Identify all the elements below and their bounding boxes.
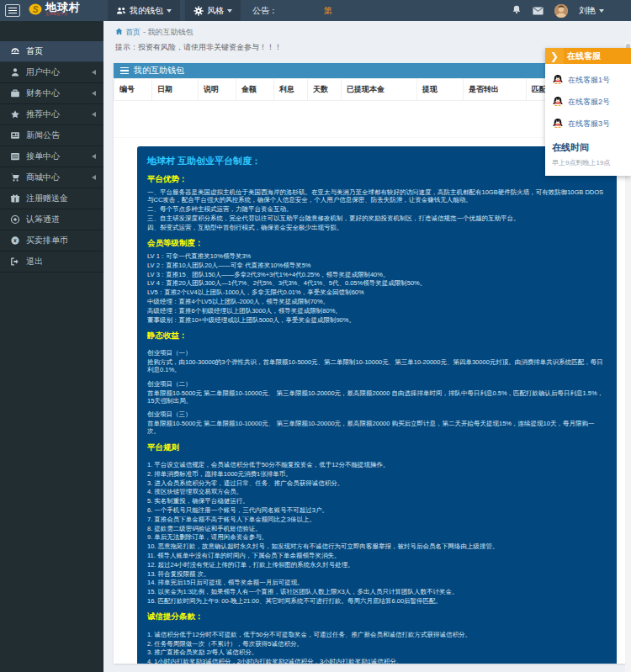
briefcase-icon	[10, 88, 20, 98]
announcement-label: 公告：	[252, 5, 278, 17]
rules-section-heading-0: 平台优势：	[147, 174, 607, 185]
top-navbar: S 地球村 互助创业平台 我的钱包风格 公告： 第 刘艳	[0, 0, 631, 21]
sidebar-item-label: 商城中心	[26, 172, 60, 183]
wallet-column-header-7: 提现	[417, 79, 464, 101]
rules-spacer	[147, 375, 607, 378]
service-link-0[interactable]: 在线客服1号	[552, 69, 626, 91]
sidebar: 首页用户中心财务中心推荐中心新闻公告接单中心商城中心注册赠送金认筹通道¥买卖排单…	[0, 21, 103, 672]
qq-penguin-icon	[552, 118, 564, 130]
sidebar-item-0[interactable]: 首页	[0, 41, 103, 62]
newspaper-icon	[10, 130, 20, 140]
sidebar-item-label: 退出	[26, 256, 43, 267]
rules-section-heading-2: 静态收益：	[147, 331, 607, 341]
wallet-panel-title: 我的互助钱包	[134, 65, 184, 77]
navbar-menu-0[interactable]: 我的钱包	[108, 0, 180, 21]
list-icon	[10, 151, 20, 161]
service-link-label: 在线客服1号	[568, 75, 610, 86]
rules-spacer	[147, 345, 607, 348]
sidebar-item-3[interactable]: 推荐中心	[0, 104, 103, 125]
dashboard-icon	[10, 46, 20, 56]
rules-line: 中级经理：直推4个LV5以上团队-2000人，领导奖提成限制70%。	[147, 298, 607, 305]
user-icon	[10, 67, 20, 77]
navbar-menus: 我的钱包风格	[108, 0, 246, 21]
star-icon	[10, 109, 20, 119]
rules-line: 1. 诚信积分低于12分时不可提款，低于50分不可提取奖金，可通过任务、推广新会…	[147, 631, 607, 638]
rules-line: 11. 领导人账单中没有订单的时间内，下属会员下单余额领导奖消失。	[147, 552, 607, 559]
rules-block: 地球村 互助创业平台制度： 平台优势：一、平台服务器是美国虚拟主机位于美国西海岸…	[137, 146, 617, 664]
sidebar-item-label: 认筹通道	[26, 214, 60, 225]
user-menu[interactable]: 刘艳	[579, 5, 604, 17]
rules-line: 2. 任务每周限做一次（不累计），每次获得5诚信积分。	[147, 640, 607, 648]
chevron-left-icon	[92, 112, 96, 117]
rules-line: 15. 以奖金为1:3比例，如果领导人有一个直推，该社区团队人数上限X3人，多出…	[147, 588, 607, 595]
envelope-icon[interactable]	[533, 3, 544, 19]
online-service-body: 在线客服1号在线客服2号在线客服3号 在线时间 早上9点到晚上19点	[545, 64, 631, 176]
rules-spacer	[147, 457, 607, 460]
rules-spacer	[147, 626, 607, 629]
rules-line: 创业项目（二）	[147, 380, 607, 388]
sidebar-item-7[interactable]: 注册赠送金	[0, 188, 103, 209]
wallet-column-header-3: 金额	[236, 79, 274, 101]
target-icon	[10, 214, 20, 225]
brand-name: 地球村	[45, 2, 86, 13]
logout-icon	[10, 257, 20, 267]
announcement-ticker: 第	[324, 5, 332, 17]
sidebar-item-2[interactable]: 财务中心	[0, 83, 103, 104]
rules-title: 地球村 互助创业平台制度：	[147, 155, 607, 167]
sidebar-item-label: 接单中心	[26, 151, 60, 162]
sidebar-toggle-button[interactable]	[5, 4, 20, 17]
svg-text:S: S	[33, 4, 39, 13]
rules-section-heading-1: 会员等级制度：	[147, 238, 607, 249]
breadcrumb: 首页 - 我的互助钱包	[103, 21, 631, 38]
brand-subtitle: 互助创业平台	[45, 13, 67, 16]
rules-line: LV 1：可拿一代直推奖10%领导奖3%	[147, 252, 607, 260]
rules-line: 9. 单后无法删除订单，请用闲余资金参与。	[147, 533, 607, 541]
rules-line: 创业项目（一）	[147, 349, 607, 357]
coin-s-icon: S	[29, 3, 42, 19]
sidebar-item-10[interactable]: 退出	[0, 251, 103, 273]
rules-line: 抢购方式，由100-30000的3个弹性共识，首单限额10-5000元、第二单限…	[147, 358, 607, 374]
chevron-left-icon	[92, 154, 96, 159]
service-link-1[interactable]: 在线客服2号	[552, 91, 626, 113]
sidebar-item-label: 财务中心	[26, 87, 60, 99]
wallet-column-header-2: 说明	[199, 79, 236, 101]
rules-line: 4. 1小时内打款奖励3诚信积分，2小时内打款奖励2诚信积分，3小时内打款奖励1…	[147, 658, 607, 664]
rules-line: 二、每个节点多种主模式运营，力随平台资金互动。	[147, 205, 607, 213]
navbar-menu-1[interactable]: 风格	[185, 0, 241, 21]
service-link-label: 在线客服2号	[568, 97, 610, 108]
rules-section-heading-3: 平台规则	[147, 442, 607, 453]
sidebar-item-1[interactable]: 用户中心	[0, 62, 103, 83]
breadcrumb-home-link[interactable]: 首页	[125, 27, 141, 38]
rules-line: 8. 提款需二级密码验证和手机短信验证。	[147, 525, 607, 532]
home-icon	[115, 28, 123, 37]
bell-icon[interactable]	[512, 3, 522, 19]
users-icon	[116, 6, 126, 16]
rules-line: 三、自主研发深度积分系统，完全代替以往可以互助平台随意修改机制，更好的奖励投资机…	[147, 214, 607, 222]
service-link-2[interactable]: 在线客服3号	[552, 113, 626, 135]
brand-logo[interactable]: S 地球村 互助创业平台	[29, 2, 86, 19]
rules-section-heading-4: 诚信提分条款：	[147, 611, 607, 622]
chevron-left-icon	[92, 70, 96, 75]
rules-sections: 平台优势：一、平台服务器是美国虚拟主机位于美国西海岸的洛杉矶。在亚太与美洲乃至全…	[147, 174, 607, 664]
online-service-header: ❯ 在线客服	[545, 48, 631, 64]
chevron-down-icon	[227, 9, 232, 13]
sidebar-item-6[interactable]: 商城中心	[0, 167, 103, 188]
rules-line: 高级经理：直推6个初级经理以上团队3000人，领导奖提成限制80%。	[147, 307, 607, 315]
online-service-title: 在线客服	[564, 50, 601, 62]
sidebar-item-5[interactable]: 接单中心	[0, 146, 103, 167]
list-menu-icon	[120, 67, 129, 75]
sidebar-item-label: 买卖排单币	[26, 235, 68, 246]
avatar[interactable]	[554, 4, 568, 18]
service-link-label: 在线客服3号	[568, 119, 610, 130]
sidebar-item-8[interactable]: 认筹通道	[0, 209, 103, 230]
wallet-column-header-4: 利息	[274, 79, 308, 101]
rules-line: 1. 平台设立诚信规定，会员诚信积分低于50分不能复投资金，低于12分不能提现操…	[147, 461, 607, 468]
qq-penguin-icon	[552, 96, 564, 108]
sidebar-item-4[interactable]: 新闻公告	[0, 125, 103, 146]
sidebar-item-9[interactable]: ¥买卖排单币	[0, 230, 103, 251]
cart-icon	[10, 172, 20, 183]
panel-collapse-arrow-icon[interactable]: ❯	[545, 48, 564, 64]
rules-line: LV 2：直推10人团队20人——可拿 代直推奖10%领导奖5%	[147, 262, 607, 269]
sidebar-item-label: 用户中心	[26, 66, 60, 78]
wallet-column-header-1: 日期	[152, 79, 199, 101]
